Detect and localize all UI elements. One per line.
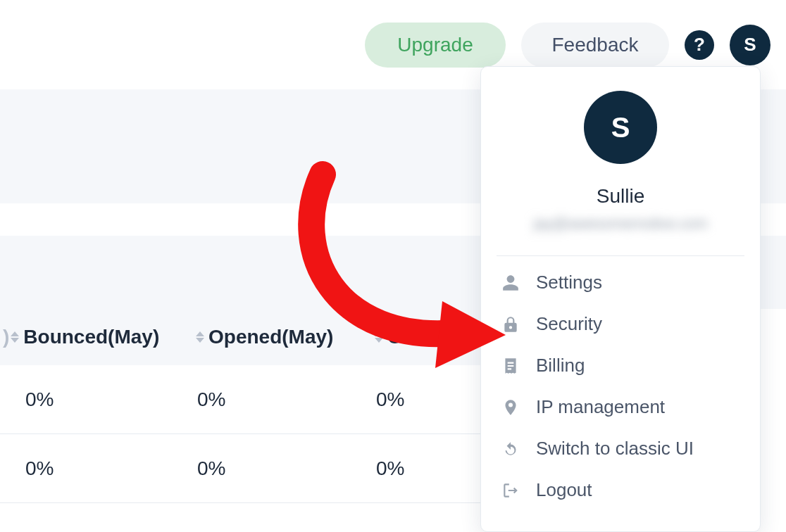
table-row: 0% 0% 0%	[0, 434, 482, 503]
cell-opened: 0%	[196, 388, 375, 411]
menu-item-label: Security	[536, 313, 602, 335]
column-header-bounced[interactable]: ) Bounced(May)	[0, 326, 196, 348]
menu-item-label: Switch to classic UI	[536, 438, 694, 460]
cell-bounced: 0%	[0, 388, 196, 411]
cell-bounced: 0%	[0, 457, 196, 480]
sort-icon[interactable]	[196, 331, 204, 343]
logout-icon	[501, 481, 520, 500]
table-row: 0% 0% 0%	[0, 365, 482, 434]
sort-icon[interactable]	[375, 331, 383, 343]
feedback-button[interactable]: Feedback	[521, 23, 669, 68]
refresh-icon	[501, 439, 520, 459]
dropdown-user-name: Sullie	[481, 185, 760, 208]
menu-item-label: IP management	[536, 396, 665, 418]
partial-paren: )	[3, 326, 9, 348]
avatar-menu-trigger[interactable]: S	[730, 25, 771, 65]
avatar-large: S	[584, 91, 657, 164]
column-header-click[interactable]: Click	[375, 326, 480, 348]
cell-click: 0%	[375, 388, 480, 411]
menu-item-ip-management[interactable]: IP management	[481, 386, 760, 428]
menu-item-label: Billing	[536, 355, 585, 376]
account-dropdown: S Sullie jay@awesomemotive.com Settings …	[480, 66, 761, 532]
cell-click: 0%	[375, 457, 480, 480]
menu-item-label: Settings	[536, 272, 602, 293]
dropdown-divider	[497, 255, 744, 256]
upgrade-button[interactable]: Upgrade	[365, 23, 506, 68]
receipt-icon	[501, 356, 520, 376]
menu-item-switch-ui[interactable]: Switch to classic UI	[481, 428, 760, 469]
column-label: Opened(May)	[208, 326, 333, 348]
column-header-opened[interactable]: Opened(May)	[196, 326, 375, 348]
menu-item-settings[interactable]: Settings	[481, 262, 760, 303]
help-button[interactable]: ?	[685, 30, 714, 60]
dropdown-user-email-blurred: jay@awesomemotive.com	[498, 215, 743, 239]
lock-icon	[501, 315, 520, 334]
column-label: Bounced(May)	[23, 326, 159, 348]
sort-icon[interactable]	[11, 331, 19, 343]
menu-item-logout[interactable]: Logout	[481, 469, 760, 511]
table-header-row: ) Bounced(May) Opened(May) Click	[0, 309, 482, 365]
column-label: Click	[387, 326, 435, 348]
menu-item-label: Logout	[536, 479, 592, 501]
stats-table: ) Bounced(May) Opened(May) Click 0% 0% 0…	[0, 309, 482, 503]
pin-icon	[501, 398, 520, 417]
menu-item-security[interactable]: Security	[481, 303, 760, 345]
person-icon	[501, 273, 520, 293]
menu-item-billing[interactable]: Billing	[481, 345, 760, 386]
cell-opened: 0%	[196, 457, 375, 480]
